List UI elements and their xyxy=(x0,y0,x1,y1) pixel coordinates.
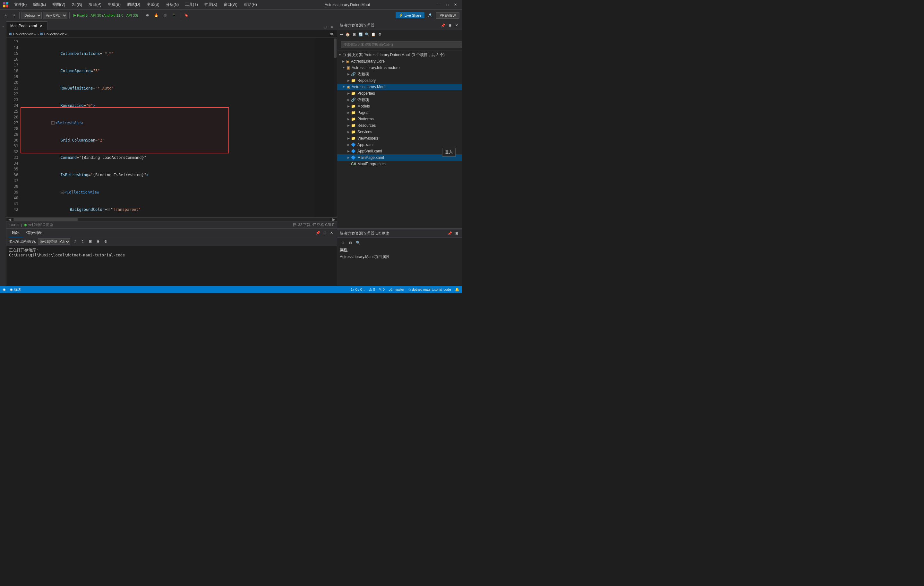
undo-button[interactable]: ↩ xyxy=(3,12,9,19)
prop-expand-btn[interactable]: ⊞ xyxy=(454,231,459,236)
sidebar-icon-1[interactable]: ≡ xyxy=(0,24,6,30)
code-content[interactable]: ColumnDefinitions="*,*" ColumnSpacing="5… xyxy=(21,38,314,217)
bookmark-button[interactable]: 🔖 xyxy=(182,12,191,19)
run-button[interactable]: ▶ Pixel 5 - API 30 (Android 11.0 - API 3… xyxy=(71,13,140,18)
live-share-button[interactable]: ⚡ Live Share xyxy=(396,12,425,18)
tree-arrow-dep2: ▶ xyxy=(348,98,350,101)
se-arrow-btn[interactable]: ⊞ xyxy=(447,23,453,28)
panel-toggle-1[interactable]: ⊟ xyxy=(322,24,328,30)
output-tool-1[interactable]: ⤴ xyxy=(72,239,78,244)
menu-debug[interactable]: 调试(D) xyxy=(124,1,143,8)
tree-item-pages[interactable]: ▶ 📁 Pages xyxy=(337,109,462,116)
appshell-xaml-icon: 🔷 xyxy=(351,149,356,154)
vertical-scrollbar[interactable] xyxy=(334,38,337,217)
redo-button[interactable]: ↪ xyxy=(11,12,17,19)
panel-toggle-2[interactable]: ⚙ xyxy=(329,24,335,30)
tree-item-appshell-xaml[interactable]: ▶ 🔷 AppShell.xaml 登入 xyxy=(337,148,462,154)
tree-item-props[interactable]: ▶ 📁 Properties xyxy=(337,90,462,97)
toolbar-btn-3[interactable]: ⊞ xyxy=(162,12,168,19)
horizontal-scrollbar[interactable]: ◀ ▶ xyxy=(7,217,337,221)
repo-icon: 📁 xyxy=(351,78,356,83)
menu-tools[interactable]: 工具(T) xyxy=(183,1,200,8)
services-icon: 📁 xyxy=(351,130,356,134)
menu-file[interactable]: 文件(F) xyxy=(12,1,29,8)
output-tab-errors[interactable]: 错误列表 xyxy=(23,229,45,237)
tree-item-infra-dep[interactable]: ▶ 🔗 依赖项 xyxy=(337,71,462,78)
output-tool-3[interactable]: ⊟ xyxy=(87,239,93,244)
toolbar-btn-1[interactable]: ⊕ xyxy=(144,12,151,19)
prop-tool-3[interactable]: 🔍 xyxy=(355,240,361,246)
tree-item-mauiprogram[interactable]: ▶ C# MauiProgram.cs xyxy=(337,161,462,167)
menu-project[interactable]: 项目(P) xyxy=(86,1,104,8)
output-tool-5[interactable]: ⊗ xyxy=(103,239,109,244)
output-pin-btn[interactable]: 📌 xyxy=(315,230,321,236)
se-tool-5[interactable]: 🔍 xyxy=(364,32,370,38)
preview-button[interactable]: PREVIEW xyxy=(436,12,459,19)
search-solution-input[interactable] xyxy=(341,41,462,48)
breadcrumb-icon-2: ⊞ xyxy=(40,32,43,36)
tree-arrow-app: ▶ xyxy=(348,143,350,146)
menu-window[interactable]: 窗口(W) xyxy=(221,1,240,8)
menu-edit[interactable]: 编辑(E) xyxy=(30,1,48,8)
breadcrumb-more[interactable]: ⊕ xyxy=(328,31,334,37)
tab-bar: MainPage.xaml ✕ ⊟ ⚙ xyxy=(7,21,337,30)
se-tool-1[interactable]: ↩ xyxy=(338,32,344,38)
menu-analyze[interactable]: 分析(N) xyxy=(163,1,182,8)
tree-item-solution[interactable]: ▼ ⊟ 解决方案 'ActressLibrary.DotnetMaui' (3 … xyxy=(337,52,462,58)
tree-arrow-dep: ▶ xyxy=(348,73,350,76)
output-tool-4[interactable]: ⊕ xyxy=(95,239,101,244)
output-tab-output[interactable]: 输出 xyxy=(9,229,23,237)
se-tool-4[interactable]: 🔄 xyxy=(358,32,363,38)
tree-item-core[interactable]: ▶ ▣ ActressLibrary.Core xyxy=(337,58,462,64)
output-close-btn[interactable]: ✕ xyxy=(328,230,334,236)
prop-pin-btn[interactable]: 📌 xyxy=(447,231,453,236)
user-icon-button[interactable] xyxy=(426,12,435,19)
close-button[interactable]: ✕ xyxy=(452,1,459,9)
menu-view[interactable]: 视图(V) xyxy=(50,1,68,8)
minimize-button[interactable]: ─ xyxy=(435,1,443,9)
platform-select[interactable]: Any CPU xyxy=(43,12,68,19)
tree-item-app-xaml[interactable]: ▶ 🔷 App.xaml xyxy=(337,142,462,148)
se-tool-3[interactable]: ⊞ xyxy=(351,32,357,38)
prop-tool-2[interactable]: ⊟ xyxy=(348,240,353,246)
prop-tool-1[interactable]: ⊞ xyxy=(340,240,345,246)
se-tool-2[interactable]: 🏠 xyxy=(345,32,351,38)
editor-and-right: MainPage.xaml ✕ ⊟ ⚙ ⊞ CollectionView › ⊞… xyxy=(7,21,462,228)
tree-item-models[interactable]: ▶ 📁 Models xyxy=(337,103,462,109)
output-expand-btn[interactable]: ⊞ xyxy=(322,230,328,236)
tree-item-maui[interactable]: ▼ ▣ ActressLibrary.Maui xyxy=(337,84,462,90)
menu-extensions[interactable]: 扩展(X) xyxy=(202,1,220,8)
scrollbar-thumb[interactable] xyxy=(334,38,337,58)
output-source-select[interactable]: 源代码管理 - Git xyxy=(38,238,70,245)
title-bar: 文件(F) 编辑(E) 视图(V) Git(G) 项目(P) 生成(B) 调试(… xyxy=(0,0,462,10)
maximize-button[interactable]: □ xyxy=(444,1,451,9)
config-select[interactable]: Debug xyxy=(21,12,42,19)
se-pin-btn[interactable]: 📌 xyxy=(440,23,446,28)
scroll-thumb-h[interactable] xyxy=(13,218,78,221)
code-editor[interactable]: 1314151617 1819202122 2324252627 2829303… xyxy=(7,38,337,217)
toolbar-btn-4[interactable]: 📱 xyxy=(170,12,178,19)
tree-item-platforms[interactable]: ▶ 📁 Platforms xyxy=(337,116,462,122)
editor-tab-mainpage[interactable]: MainPage.xaml ✕ xyxy=(7,21,48,30)
se-close-btn[interactable]: ✕ xyxy=(454,23,459,28)
output-tool-2[interactable]: ⤵ xyxy=(80,239,86,244)
tree-item-resources[interactable]: ▶ 📁 Resources xyxy=(337,122,462,129)
se-tool-7[interactable]: ⚙ xyxy=(377,32,383,38)
menu-help[interactable]: 帮助(H) xyxy=(241,1,259,8)
menu-build[interactable]: 生成(B) xyxy=(105,1,123,8)
tree-item-services[interactable]: ▶ 📁 Services xyxy=(337,129,462,135)
tree-item-infra[interactable]: ▼ ▣ ActressLibrary.Infrastructure xyxy=(337,64,462,71)
toolbar-btn-2[interactable]: 🔥 xyxy=(152,12,160,19)
breadcrumb-item-1[interactable]: CollectionView xyxy=(13,32,36,36)
breadcrumb-item-2[interactable]: CollectionView xyxy=(44,32,68,36)
se-tool-6[interactable]: 📋 xyxy=(371,32,376,38)
pages-label: Pages xyxy=(357,111,368,115)
tree-item-repo[interactable]: ▶ 📁 Repository xyxy=(337,78,462,84)
menu-git[interactable]: Git(G) xyxy=(69,2,85,8)
tree-item-viewmodels[interactable]: ▶ 📁 ViewModels xyxy=(337,135,462,142)
breadcrumb-separator: › xyxy=(38,32,39,36)
tree-item-mainpage-xaml[interactable]: ▶ 🔷 MainPage.xaml xyxy=(337,154,462,161)
menu-test[interactable]: 测试(S) xyxy=(144,1,162,8)
tree-item-dep2[interactable]: ▶ 🔗 依赖项 xyxy=(337,97,462,103)
tab-close-button[interactable]: ✕ xyxy=(39,24,43,28)
